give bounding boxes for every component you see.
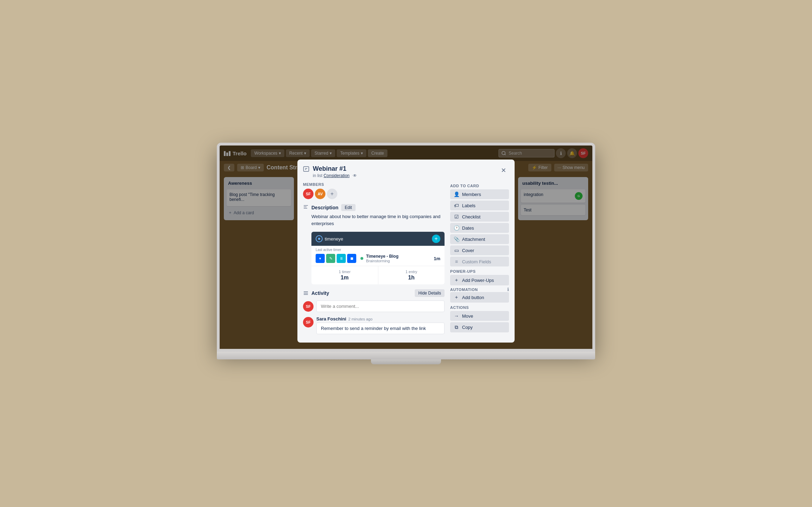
commenter-avatar: SF — [303, 317, 314, 327]
timeneye-body: Last active timer ▾ ✎ ⏸ ⏹ — [311, 246, 445, 284]
timer-row: ▾ ✎ ⏸ ⏹ Timeneye - Blog B — [311, 252, 445, 266]
description-text: Webinar about how to better manage time … — [303, 213, 445, 227]
timer-project: Timeneye - Blog — [366, 254, 431, 259]
automation-label: Automation — [450, 288, 478, 292]
labels-icon: 🏷 — [454, 203, 459, 208]
add-to-card-label: Add to card — [450, 184, 509, 188]
member-avatar-av[interactable]: AV — [315, 189, 325, 199]
comment-author: Sara Foschini — [316, 316, 346, 322]
comment-row: SF Sara Foschini 2 minutes ago Remember … — [303, 316, 445, 334]
actions-label: Actions — [450, 305, 509, 310]
timer-active-dot — [360, 257, 363, 260]
add-power-ups-btn[interactable]: ＋ Add Power-Ups — [450, 275, 509, 285]
list-link[interactable]: Consideration — [324, 173, 350, 178]
attachment-sidebar-btn[interactable]: 📎 Attachment — [450, 234, 509, 244]
modal-overlay[interactable]: Webinar #1 in list Consideration 👁 ✕ — [220, 146, 592, 349]
cover-icon: ▭ — [454, 248, 459, 253]
activity-header: Activity Hide Details — [303, 289, 445, 297]
comment-time: 2 minutes ago — [348, 317, 372, 321]
modal-header: Webinar #1 in list Consideration 👁 ✕ — [297, 160, 515, 181]
card-icon — [303, 166, 309, 174]
checklist-sidebar-btn[interactable]: ☑ Checklist — [450, 212, 509, 222]
timer-task: Brainstorming — [366, 259, 431, 263]
power-ups-label: Power-Ups — [450, 269, 509, 273]
comment-input-row: SF — [303, 300, 445, 312]
timeneye-stats: 1 timer 1m 1 entry 1h — [311, 266, 445, 284]
checklist-icon: ☑ — [454, 214, 459, 219]
timeneye-logo-icon — [316, 235, 323, 242]
timeneye-stat-timers: 1 timer 1m — [311, 266, 378, 284]
attachment-icon: 📎 — [454, 236, 459, 242]
add-member-button[interactable]: + — [327, 189, 337, 199]
members-icon: 👤 — [454, 191, 459, 197]
timeneye-widget: timeneye + Last active timer ▾ ✎ — [311, 232, 445, 284]
timer-stop-btn[interactable]: ⏹ — [347, 254, 356, 263]
modal-sidebar: Add to card 👤 Members 🏷 Labels ☑ — [450, 181, 509, 337]
modal-body: Members SF AV + — [297, 181, 515, 343]
members-label: Members — [303, 182, 445, 187]
add-automation-icon: ＋ — [454, 294, 459, 300]
automation-info-icon[interactable]: ℹ — [507, 287, 509, 292]
last-timer-label: Last active timer — [311, 246, 445, 252]
svg-rect-2 — [304, 167, 309, 171]
labels-sidebar-btn[interactable]: 🏷 Labels — [450, 201, 509, 210]
timeneye-logo: timeneye — [316, 235, 343, 242]
timer-edit-btn[interactable]: ✎ — [326, 254, 335, 263]
members-sidebar-btn[interactable]: 👤 Members — [450, 189, 509, 199]
move-icon: → — [454, 313, 459, 319]
hide-details-button[interactable]: Hide Details — [415, 289, 445, 297]
description-header: Description Edit — [303, 204, 445, 211]
members-row: SF AV + — [303, 189, 445, 199]
activity-title: Activity — [311, 290, 329, 296]
copy-icon: ⧉ — [454, 324, 459, 330]
timer-dropdown-btn[interactable]: ▾ — [316, 254, 325, 263]
dates-sidebar-btn[interactable]: 🕐 Dates — [450, 223, 509, 233]
timer-duration: 1m — [434, 256, 440, 261]
modal-close-button[interactable]: ✕ — [498, 165, 509, 176]
copy-btn[interactable]: ⧉ Copy — [450, 322, 509, 332]
cover-sidebar-btn[interactable]: ▭ Cover — [450, 245, 509, 255]
comment-bubble: Remember to send a reminder by email wit… — [316, 323, 445, 334]
automation-header: Automation ℹ — [450, 287, 509, 292]
comment-avatar: SF — [303, 301, 314, 312]
timeneye-stat-entries: 1 entry 1h — [378, 266, 445, 284]
activity-icon — [303, 290, 309, 296]
add-button-btn[interactable]: ＋ Add button — [450, 292, 509, 303]
move-btn[interactable]: → Move — [450, 311, 509, 321]
modal-subtitle: in list Consideration 👁 — [313, 173, 495, 178]
custom-fields-sidebar-btn[interactable]: ≡ Custom Fields — [450, 257, 509, 266]
dates-icon: 🕐 — [454, 225, 459, 231]
timeneye-add-button[interactable]: + — [432, 235, 440, 243]
timer-pause-btn[interactable]: ⏸ — [337, 254, 346, 263]
custom-fields-icon: ≡ — [454, 259, 459, 264]
card-modal: Webinar #1 in list Consideration 👁 ✕ — [297, 160, 515, 343]
description-title: Description — [311, 205, 338, 210]
member-avatar-sf[interactable]: SF — [303, 189, 314, 199]
modal-title: Webinar #1 — [313, 165, 495, 173]
watch-icon: 👁 — [353, 173, 357, 178]
modal-main: Members SF AV + — [303, 181, 450, 337]
description-icon — [303, 204, 309, 211]
comment-input[interactable] — [316, 300, 445, 312]
edit-description-button[interactable]: Edit — [341, 204, 356, 211]
plus-icon: ＋ — [454, 277, 459, 283]
timeneye-header: timeneye + — [311, 232, 445, 246]
